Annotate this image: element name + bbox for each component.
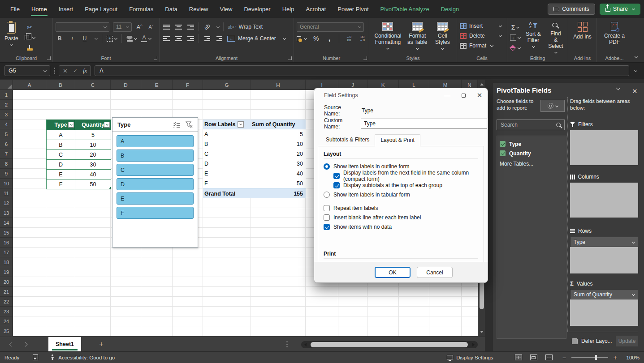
- normal-view-button[interactable]: [515, 354, 522, 360]
- slicer-multiselect-button[interactable]: [172, 121, 182, 129]
- pane-tools-button[interactable]: [540, 100, 565, 112]
- menu-tab-developer[interactable]: Developer: [238, 0, 276, 18]
- quantity-filter-button[interactable]: [104, 122, 110, 128]
- row-header-18[interactable]: 18: [0, 257, 13, 267]
- table-cell[interactable]: F: [47, 179, 75, 189]
- row-header-14[interactable]: 14: [0, 218, 13, 228]
- align-top-button[interactable]: [162, 22, 170, 31]
- row-header-7[interactable]: 7: [0, 149, 13, 159]
- option-no-data[interactable]: Show items with no data: [324, 222, 478, 231]
- custom-name-field[interactable]: [361, 119, 487, 129]
- defer-layout-option[interactable]: Defer Layo...: [572, 338, 612, 344]
- italic-button[interactable]: I: [68, 34, 76, 43]
- horizontal-scroll-thumb[interactable]: [311, 342, 468, 347]
- menu-tab-pivottable-analyze[interactable]: PivotTable Analyze: [375, 0, 435, 18]
- orientation-button[interactable]: ab: [201, 21, 213, 33]
- row-header-2[interactable]: 2: [0, 100, 13, 110]
- menu-tab-formulas[interactable]: Formulas: [123, 0, 159, 18]
- rows-field-pill[interactable]: Type: [570, 237, 638, 247]
- insert-function-button[interactable]: fx: [83, 67, 87, 74]
- borders-button[interactable]: +: [107, 34, 117, 43]
- zoom-in-button[interactable]: +: [614, 354, 617, 361]
- addins-button[interactable]: Add-ins: [571, 21, 593, 54]
- create-pdf-button[interactable]: Create a PDF: [602, 21, 627, 54]
- new-sheet-button[interactable]: +: [99, 340, 104, 349]
- slicer-item-c[interactable]: C: [117, 164, 194, 176]
- dialog-title-bar[interactable]: Field Settings — ✕: [314, 88, 488, 102]
- menu-tab-file[interactable]: File: [4, 0, 26, 18]
- option-blank-line[interactable]: Insert blank line after each item label: [324, 213, 478, 222]
- maximize-icon[interactable]: [455, 88, 471, 102]
- horizontal-scrollbar[interactable]: [301, 341, 478, 348]
- pivot-value[interactable]: 50: [251, 180, 306, 187]
- minimize-icon[interactable]: —: [439, 88, 455, 102]
- table-cell[interactable]: 40: [75, 170, 111, 179]
- underline-button[interactable]: U: [81, 34, 89, 43]
- share-button[interactable]: Share: [600, 4, 640, 15]
- menu-tab-insert[interactable]: Insert: [53, 0, 79, 18]
- column-header-H[interactable]: H: [251, 80, 306, 90]
- column-header-A[interactable]: A: [13, 80, 46, 90]
- menu-tab-home[interactable]: Home: [26, 0, 53, 18]
- prev-sheet-button[interactable]: [9, 342, 14, 346]
- row-header-3[interactable]: 3: [0, 110, 13, 120]
- row-header-4[interactable]: 4: [0, 120, 13, 129]
- row-header-23[interactable]: 23: [0, 307, 13, 316]
- pivot-value[interactable]: 20: [251, 151, 306, 157]
- percent-style-button[interactable]: %: [312, 34, 320, 43]
- option-tabular-form[interactable]: Show item labels in tabular form: [324, 190, 478, 199]
- pivot-row-label[interactable]: D: [203, 161, 251, 167]
- format-painter-button[interactable]: [25, 43, 35, 52]
- menu-tab-view[interactable]: View: [214, 0, 238, 18]
- sort-filter-button[interactable]: AZ Sort & Filter: [524, 21, 543, 54]
- zoom-out-button[interactable]: −: [562, 354, 566, 361]
- pane-close-icon[interactable]: ✕: [632, 87, 638, 95]
- menu-tab-power-pivot[interactable]: Power Pivot: [332, 0, 374, 18]
- row-header-25[interactable]: 25: [0, 326, 13, 336]
- zoom-level[interactable]: 100%: [622, 355, 640, 360]
- scroll-down-button[interactable]: [478, 327, 485, 336]
- row-header-8[interactable]: 8: [0, 159, 13, 169]
- row-header-22[interactable]: 22: [0, 297, 13, 307]
- pivot-value[interactable]: 30: [251, 161, 306, 167]
- tab-layout-print[interactable]: Layout & Print: [375, 134, 420, 146]
- pane-options-chevron-icon[interactable]: [616, 86, 621, 90]
- font-dialog-launcher[interactable]: [154, 56, 157, 60]
- table-resize-handle[interactable]: [109, 187, 111, 189]
- ribbon-collapse-chevron-icon[interactable]: [635, 55, 638, 58]
- row-header-17[interactable]: 17: [0, 248, 13, 257]
- align-middle-button[interactable]: [174, 22, 182, 31]
- fill-color-button[interactable]: [126, 34, 137, 43]
- increase-decimal-button[interactable]: ←0.00: [345, 34, 353, 43]
- pivot-values-header[interactable]: Sum of Quantity: [251, 121, 306, 128]
- table-cell[interactable]: A: [47, 130, 75, 140]
- cancel-button[interactable]: Cancel: [417, 267, 453, 278]
- row-header-15[interactable]: 15: [0, 228, 13, 238]
- row-header-11[interactable]: 11: [0, 188, 13, 198]
- grow-font-button[interactable]: Aˆ: [135, 22, 143, 31]
- fill-button[interactable]: ↓: [510, 33, 520, 42]
- clear-button[interactable]: [510, 43, 520, 52]
- grand-total-value[interactable]: 155: [251, 191, 306, 197]
- search-icon[interactable]: [556, 123, 561, 127]
- comments-button[interactable]: Comments: [548, 4, 595, 15]
- align-left-button[interactable]: [162, 34, 170, 43]
- update-button[interactable]: Update: [616, 336, 638, 346]
- align-bottom-button[interactable]: [186, 22, 194, 31]
- font-size-combo[interactable]: 11: [113, 22, 132, 32]
- row-labels-filter-button[interactable]: [238, 121, 244, 128]
- table-cell[interactable]: 50: [75, 179, 111, 189]
- menu-tab-acrobat[interactable]: Acrobat: [300, 0, 332, 18]
- menu-tab-help[interactable]: Help: [277, 0, 300, 18]
- column-header-E[interactable]: E: [141, 80, 173, 90]
- menu-tab-page-layout[interactable]: Page Layout: [79, 0, 123, 18]
- comma-style-button[interactable]: ,: [325, 34, 333, 43]
- option-repeat-labels[interactable]: Repeat item labels: [324, 203, 478, 213]
- bold-button[interactable]: B: [56, 34, 64, 43]
- table-header-type[interactable]: Type: [47, 120, 75, 130]
- slicer-item-d[interactable]: D: [117, 178, 194, 190]
- formula-bar-grip[interactable]: [54, 68, 55, 74]
- field-item-quantity[interactable]: Quantity: [500, 149, 563, 158]
- zoom-slider-thumb[interactable]: [595, 355, 597, 360]
- paste-button[interactable]: Paste: [3, 21, 20, 54]
